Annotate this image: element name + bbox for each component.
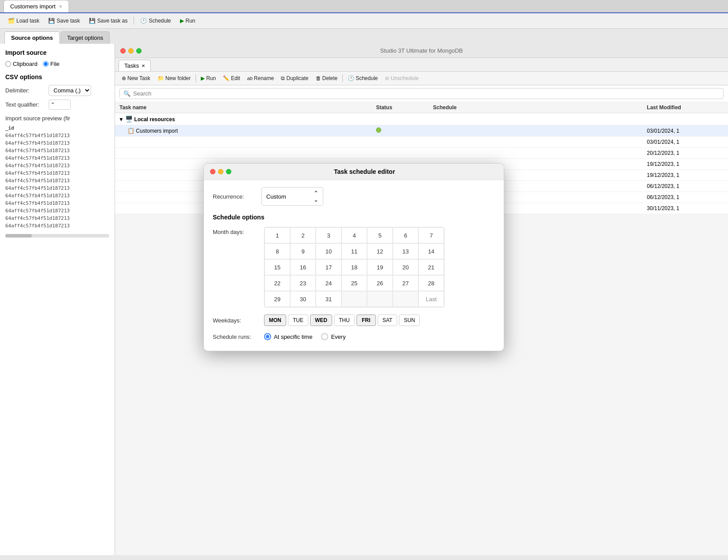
run-button[interactable]: ▶ Run <box>176 16 199 26</box>
weekday-wed[interactable]: WED <box>310 315 332 326</box>
clipboard-radio[interactable] <box>5 61 11 67</box>
every-option[interactable]: Every <box>321 333 345 340</box>
load-task-button[interactable]: 🗂️ Load task <box>4 16 43 26</box>
file-radio[interactable] <box>43 61 49 67</box>
cal-day[interactable]: 22 <box>264 275 290 291</box>
schedule-button[interactable]: 🕐 Schedule <box>137 16 174 26</box>
tasks-duplicate-button[interactable]: ⧉ Duplicate <box>278 74 311 83</box>
new-folder-button[interactable]: 📁 New folder <box>154 74 194 83</box>
table-row[interactable]: 📋 Customers import 03/01/2024, 1 <box>115 125 728 137</box>
cal-day[interactable]: 5 <box>367 227 393 243</box>
recurrence-select[interactable]: Custom ⌃⌄ <box>261 187 323 206</box>
left-panel: Import source Clipboard File CSV options… <box>0 44 115 555</box>
tasks-rename-button[interactable]: ab Rename <box>244 74 277 83</box>
calendar-grid: 1 2 3 4 5 6 7 8 9 10 <box>264 227 444 307</box>
every-radio[interactable] <box>321 333 328 340</box>
new-task-button[interactable]: ⊕ New Task <box>119 74 153 83</box>
tasks-tab[interactable]: Tasks × <box>119 60 151 71</box>
weekdays-section: Weekdays: MON TUE WED THU FRI SAT SUN <box>213 315 495 326</box>
search-input[interactable] <box>133 90 720 97</box>
cal-day[interactable]: 30 <box>290 291 316 307</box>
traffic-light-minimize[interactable] <box>128 48 134 54</box>
editor-title: Task schedule editor <box>231 168 498 175</box>
weekday-thu[interactable]: THU <box>334 315 355 326</box>
cal-day[interactable]: 6 <box>393 227 418 243</box>
cal-day[interactable]: 18 <box>341 259 367 275</box>
cal-day[interactable]: 4 <box>341 227 367 243</box>
preview-item-13: 64aff4c57fb4f51d187213 <box>5 222 109 230</box>
tasks-delete-button[interactable]: 🗑 Delete <box>313 74 341 83</box>
cal-day[interactable]: 23 <box>290 275 316 291</box>
editor-close-button[interactable] <box>210 169 215 174</box>
cal-day[interactable]: 16 <box>290 259 316 275</box>
weekday-fri[interactable]: FRI <box>356 315 376 326</box>
recurrence-value: Custom <box>266 193 286 200</box>
cal-day[interactable]: 20 <box>393 259 418 275</box>
tasks-unschedule-button[interactable]: ⊘ Unschedule <box>382 74 421 83</box>
tasks-rename-icon: ab <box>247 76 253 81</box>
tasks-tab-close[interactable]: × <box>142 62 145 69</box>
save-task-button[interactable]: 💾 Save task <box>45 16 84 26</box>
scrollbar-thumb[interactable] <box>5 234 32 238</box>
col-schedule: Schedule <box>429 102 642 113</box>
traffic-light-maximize[interactable] <box>136 48 142 54</box>
at-specific-time-radio[interactable] <box>264 333 271 340</box>
tasks-duplicate-icon: ⧉ <box>281 75 285 81</box>
cal-day[interactable]: 9 <box>290 243 316 259</box>
cal-day[interactable]: 15 <box>264 259 290 275</box>
preview-title: Import source preview (fir <box>5 115 109 122</box>
weekday-mon[interactable]: MON <box>264 315 286 326</box>
tab-close-icon[interactable]: × <box>59 4 62 10</box>
cal-day[interactable]: 28 <box>418 275 444 291</box>
text-qualifier-input[interactable] <box>49 100 71 110</box>
editor-min-button[interactable] <box>218 169 223 174</box>
tasks-run-button[interactable]: ▶ Run <box>198 74 219 83</box>
cal-day[interactable]: 26 <box>367 275 393 291</box>
at-specific-time-option[interactable]: At specific time <box>264 333 312 340</box>
cal-day[interactable]: 1 <box>264 227 290 243</box>
save-task-as-button[interactable]: 💾 Save task as <box>85 16 131 26</box>
tab-target-options[interactable]: Target options <box>61 31 110 44</box>
schedule-cell <box>429 125 642 137</box>
cal-day[interactable]: 21 <box>418 259 444 275</box>
cal-day[interactable]: 17 <box>316 259 341 275</box>
cal-day[interactable]: 14 <box>418 243 444 259</box>
group-cell: ▼ 🖥️ Local resources <box>115 113 372 125</box>
delimiter-select[interactable]: Comma (,) <box>49 85 91 96</box>
preview-scrollbar[interactable] <box>5 234 109 238</box>
tasks-delete-icon: 🗑 <box>316 75 321 81</box>
cal-day[interactable]: 12 <box>367 243 393 259</box>
cal-day[interactable]: 11 <box>341 243 367 259</box>
cal-day[interactable]: 29 <box>264 291 290 307</box>
cal-day[interactable]: 27 <box>393 275 418 291</box>
editor-max-button[interactable] <box>226 169 231 174</box>
cal-day[interactable]: 8 <box>264 243 290 259</box>
clipboard-option[interactable]: Clipboard <box>5 61 38 67</box>
cal-day[interactable]: 2 <box>290 227 316 243</box>
cal-day[interactable]: 7 <box>418 227 444 243</box>
table-row[interactable]: ▼ 🖥️ Local resources <box>115 113 728 125</box>
table-row[interactable]: 20/12/2023, 1 <box>115 148 728 159</box>
cal-day[interactable]: 24 <box>316 275 341 291</box>
cal-day[interactable]: 13 <box>393 243 418 259</box>
customers-import-tab[interactable]: Customers import × <box>4 0 69 12</box>
cal-day[interactable]: 10 <box>316 243 341 259</box>
import-source-title: Import source <box>5 49 109 56</box>
traffic-light-close[interactable] <box>120 48 126 54</box>
tab-source-options[interactable]: Source options <box>4 31 60 44</box>
search-box[interactable]: 🔍 <box>119 88 724 99</box>
cal-day[interactable]: 25 <box>341 275 367 291</box>
cal-day[interactable]: 19 <box>367 259 393 275</box>
schedule-runs-label: Schedule runs: <box>213 334 257 340</box>
weekday-sun[interactable]: SUN <box>399 315 420 326</box>
expand-icon[interactable]: ▼ <box>119 116 124 123</box>
table-row[interactable]: 03/01/2024, 1 <box>115 137 728 148</box>
cal-last-day[interactable]: Last <box>418 291 444 307</box>
weekday-tue[interactable]: TUE <box>288 315 308 326</box>
weekday-sat[interactable]: SAT <box>378 315 397 326</box>
tasks-schedule-button[interactable]: 🕐 Schedule <box>345 74 381 83</box>
cal-day[interactable]: 3 <box>316 227 341 243</box>
tasks-edit-button[interactable]: ✏️ Edit <box>220 74 243 83</box>
file-option[interactable]: File <box>43 61 60 67</box>
cal-day[interactable]: 31 <box>316 291 341 307</box>
